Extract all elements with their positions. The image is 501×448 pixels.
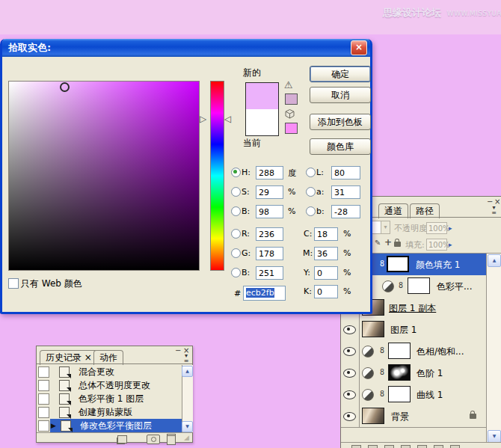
bb-input[interactable]: -28 bbox=[331, 205, 360, 218]
layer-row-hue-saturation[interactable]: 8 色相/饱和... bbox=[341, 340, 486, 363]
a-radio[interactable] bbox=[306, 187, 316, 197]
h-input[interactable]: 288 bbox=[256, 166, 283, 179]
new-snapshot-icon[interactable] bbox=[147, 435, 160, 444]
g-input[interactable]: 178 bbox=[256, 247, 283, 260]
delete-layer-icon[interactable] bbox=[450, 445, 460, 448]
opacity-spinner-icon[interactable]: ▸ bbox=[449, 223, 452, 233]
layers-scrollbar[interactable] bbox=[486, 254, 501, 442]
layer-thumbnail[interactable] bbox=[388, 386, 411, 402]
eye-icon[interactable] bbox=[343, 412, 356, 421]
layer-row-levels[interactable]: 8 色阶 1 bbox=[341, 362, 486, 384]
history-item[interactable]: 混合更改 bbox=[50, 365, 182, 378]
layer-mask-thumbnail[interactable] bbox=[387, 256, 409, 272]
eye-icon[interactable] bbox=[343, 347, 356, 356]
visibility-well[interactable] bbox=[341, 340, 360, 362]
m-input[interactable]: 36 bbox=[314, 247, 338, 260]
layer-thumbnail[interactable] bbox=[362, 321, 384, 337]
cancel-button[interactable]: 取消 bbox=[310, 87, 371, 103]
history-item[interactable]: 色彩平衡 1 图层 bbox=[50, 392, 182, 405]
new-group-icon[interactable] bbox=[417, 445, 427, 448]
visibility-well[interactable] bbox=[341, 362, 360, 384]
add-to-swatches-button[interactable]: 添加到色板 bbox=[310, 114, 371, 130]
visibility-well[interactable] bbox=[341, 384, 360, 405]
hue-slider-left-arrow-icon[interactable]: ▷ bbox=[200, 114, 206, 124]
tab-history[interactable]: 历史记录 × bbox=[40, 350, 98, 365]
b-radio[interactable] bbox=[231, 206, 241, 216]
history-source-well[interactable] bbox=[38, 366, 49, 378]
b2-radio[interactable] bbox=[231, 268, 241, 277]
history-source-well[interactable] bbox=[38, 407, 49, 418]
web-safe-cube-icon[interactable] bbox=[284, 108, 295, 120]
visibility-well[interactable] bbox=[341, 405, 360, 427]
eye-icon[interactable] bbox=[343, 390, 356, 399]
history-item[interactable]: 创建剪贴蒙版 bbox=[50, 405, 182, 419]
color-field-marker[interactable] bbox=[60, 82, 70, 92]
close-icon[interactable]: × bbox=[351, 40, 367, 55]
b2-input[interactable]: 251 bbox=[256, 266, 283, 280]
new-adjustment-layer-icon[interactable] bbox=[401, 445, 411, 448]
layer-thumbnail[interactable] bbox=[362, 408, 384, 424]
s-input[interactable]: 29 bbox=[256, 185, 283, 199]
resize-grip-icon[interactable]: ◢ bbox=[184, 434, 189, 441]
lock-all-icon[interactable] bbox=[394, 242, 401, 247]
web-safe-swatch[interactable] bbox=[285, 123, 298, 134]
layer-row-layer1[interactable]: 图层 1 bbox=[341, 319, 486, 341]
layer-row-background[interactable]: 背景 bbox=[341, 405, 486, 428]
l-radio[interactable] bbox=[306, 168, 316, 177]
k-input[interactable]: 0 bbox=[314, 285, 338, 298]
color-libraries-button[interactable]: 颜色库 bbox=[310, 138, 371, 155]
c-input[interactable]: 18 bbox=[314, 227, 338, 241]
history-source-well[interactable] bbox=[38, 380, 49, 391]
tab-paths[interactable]: 路径 bbox=[410, 203, 440, 218]
delete-state-icon[interactable] bbox=[167, 434, 176, 445]
add-mask-icon[interactable] bbox=[384, 445, 394, 448]
gamut-warning-swatch[interactable] bbox=[285, 93, 298, 105]
y-input[interactable]: 0 bbox=[314, 266, 338, 280]
ok-button[interactable]: 确定 bbox=[310, 66, 371, 82]
history-item[interactable]: 总体不透明度更改 bbox=[50, 378, 182, 392]
history-item-selected[interactable]: ▶ 修改色彩平衡图层 bbox=[50, 419, 182, 432]
eye-icon[interactable] bbox=[343, 325, 356, 334]
fill-spinner-icon[interactable]: ▸ bbox=[449, 239, 452, 250]
layers-panel-menu-button[interactable]: ▾≡ bbox=[488, 205, 500, 215]
layer-row-curves[interactable]: 8 曲线 1 bbox=[341, 384, 486, 406]
a-input[interactable]: 31 bbox=[331, 185, 360, 199]
saturation-brightness-field[interactable] bbox=[8, 81, 200, 271]
history-panel-menu-button[interactable]: ▾≡ bbox=[181, 353, 191, 363]
lock-brush-icon[interactable]: ✎ bbox=[375, 239, 381, 247]
b-input[interactable]: 98 bbox=[256, 205, 283, 218]
hex-input[interactable]: ecb2fb bbox=[243, 286, 286, 301]
link-layers-icon[interactable] bbox=[351, 445, 361, 448]
layers-scroll-up-icon[interactable]: ▲ bbox=[488, 254, 501, 267]
layer-thumbnail[interactable] bbox=[388, 343, 411, 359]
eye-icon[interactable] bbox=[343, 369, 356, 378]
history-scroll-down-icon[interactable]: ▼ bbox=[182, 421, 193, 432]
layer-thumbnail[interactable] bbox=[408, 277, 430, 294]
layers-scroll-down-icon[interactable]: ▼ bbox=[488, 430, 501, 443]
dialog-titlebar[interactable]: 拾取实色: × bbox=[2, 39, 370, 57]
lock-move-icon[interactable]: + bbox=[384, 237, 392, 248]
gamut-warning-icon[interactable]: ⚠ bbox=[284, 80, 293, 90]
opacity-value[interactable]: 100% bbox=[426, 222, 447, 234]
g-radio[interactable] bbox=[231, 248, 241, 258]
new-layer-icon[interactable] bbox=[434, 445, 443, 448]
history-scroll-up-icon[interactable]: ▲ bbox=[182, 366, 193, 377]
tab-actions[interactable]: 动作 bbox=[93, 350, 123, 365]
visibility-well[interactable] bbox=[341, 319, 360, 340]
bb-radio[interactable] bbox=[306, 206, 316, 216]
s-radio[interactable] bbox=[231, 187, 241, 197]
web-only-checkbox[interactable] bbox=[8, 278, 19, 289]
blend-mode-dropdown-icon[interactable]: ▾ bbox=[381, 221, 390, 234]
current-color-swatch[interactable] bbox=[246, 109, 278, 135]
l-input[interactable]: 80 bbox=[331, 166, 360, 179]
new-current-swatch[interactable] bbox=[245, 82, 279, 136]
r-input[interactable]: 236 bbox=[256, 227, 283, 241]
h-radio[interactable] bbox=[231, 168, 241, 177]
layer-style-icon[interactable] bbox=[368, 445, 378, 448]
history-source-well[interactable] bbox=[38, 393, 49, 405]
tab-channels[interactable]: 通道 bbox=[378, 203, 408, 218]
layer-mask-thumbnail[interactable] bbox=[388, 364, 411, 381]
r-radio[interactable] bbox=[231, 229, 241, 239]
new-document-from-state-icon[interactable] bbox=[117, 435, 127, 444]
hue-slider[interactable] bbox=[210, 81, 224, 271]
